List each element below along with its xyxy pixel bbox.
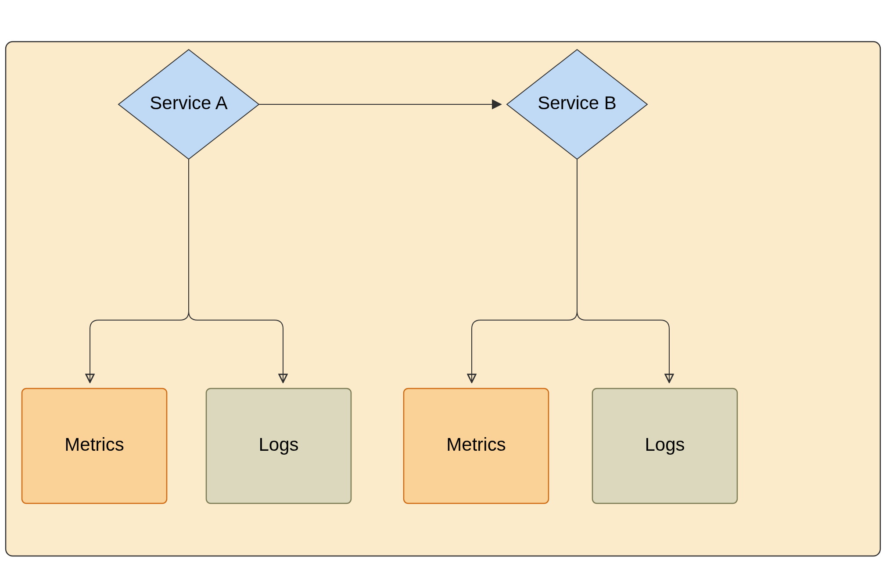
- node-service-b-label: Service B: [538, 93, 617, 113]
- diagram-canvas: Service A Service B Metrics Logs Metrics…: [0, 0, 886, 588]
- node-metrics-b: Metrics: [404, 388, 549, 503]
- node-metrics-a-label: Metrics: [65, 434, 124, 455]
- node-metrics-b-label: Metrics: [446, 434, 506, 455]
- node-metrics-a: Metrics: [22, 388, 167, 503]
- node-logs-a-label: Logs: [258, 434, 298, 455]
- node-logs-b: Logs: [592, 388, 737, 503]
- node-logs-a: Logs: [206, 388, 351, 503]
- node-logs-b-label: Logs: [645, 434, 685, 455]
- node-service-a-label: Service A: [150, 93, 227, 113]
